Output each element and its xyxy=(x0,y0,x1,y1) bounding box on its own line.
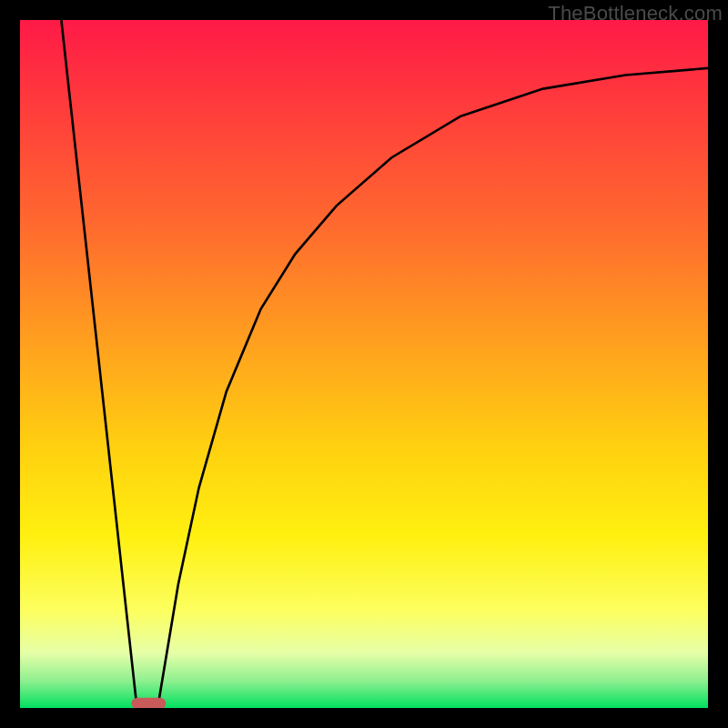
plot-area xyxy=(20,20,708,708)
valley-marker xyxy=(131,698,166,708)
curve-overlay xyxy=(20,20,708,708)
chart-container: TheBottleneck.com xyxy=(0,0,728,728)
series-left-slope xyxy=(61,20,136,708)
series-right-curve xyxy=(157,68,708,708)
